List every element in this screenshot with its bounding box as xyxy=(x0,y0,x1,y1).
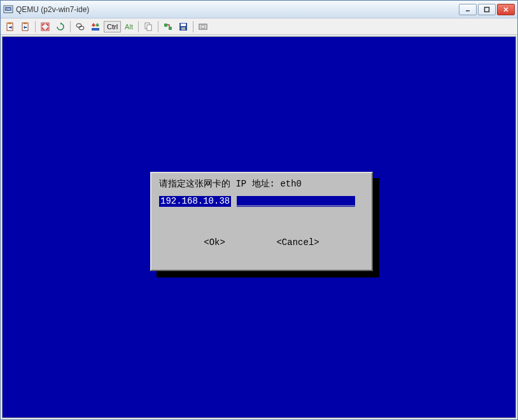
svg-rect-18 xyxy=(169,27,172,30)
clipboard-out-icon[interactable] xyxy=(3,20,17,33)
start-icon[interactable] xyxy=(88,20,102,33)
svg-rect-10 xyxy=(24,22,27,24)
svg-rect-23 xyxy=(201,25,205,28)
qemu-window: VNC QEMU (p2v-win7-ide) xyxy=(0,0,518,420)
toolbar: Ctrl Alt xyxy=(1,18,517,35)
input-padding xyxy=(237,196,355,207)
svg-rect-17 xyxy=(164,24,167,27)
transfer-icon[interactable] xyxy=(161,20,175,33)
scale-icon[interactable] xyxy=(196,20,210,33)
ctrl-button[interactable]: Ctrl xyxy=(104,21,121,32)
ip-input[interactable]: 192.168.10.38 xyxy=(159,196,355,207)
cancel-button[interactable]: <Cancel> xyxy=(276,237,319,248)
clipboard-in-icon[interactable] xyxy=(18,20,32,33)
titlebar[interactable]: VNC QEMU (p2v-win7-ide) xyxy=(1,1,517,18)
maximize-button[interactable] xyxy=(478,4,496,15)
svg-rect-14 xyxy=(92,28,99,31)
separator xyxy=(158,21,158,32)
separator xyxy=(35,21,36,32)
svg-rect-22 xyxy=(199,24,207,29)
window-controls xyxy=(459,4,515,15)
svg-rect-21 xyxy=(181,27,185,30)
dialog-prompt: 请指定这张网卡的 IP 地址: eth0 xyxy=(159,178,364,190)
svg-text:VNC: VNC xyxy=(6,7,11,11)
fullscreen-icon[interactable] xyxy=(38,20,52,33)
dialog-buttons: <Ok> <Cancel> xyxy=(159,237,364,248)
svg-rect-11 xyxy=(41,23,49,31)
ip-config-dialog: 请指定这张网卡的 IP 地址: eth0 192.168.10.38 <Ok> … xyxy=(150,172,373,271)
app-icon: VNC xyxy=(3,4,13,15)
cad-icon[interactable] xyxy=(73,20,87,33)
save-icon[interactable] xyxy=(176,20,190,33)
separator xyxy=(193,21,193,32)
separator xyxy=(70,21,71,32)
ok-button[interactable]: <Ok> xyxy=(204,237,225,248)
vm-display[interactable]: 请指定这张网卡的 IP 地址: eth0 192.168.10.38 <Ok> … xyxy=(2,36,516,418)
ip-input-value: 192.168.10.38 xyxy=(159,196,231,207)
copy-icon[interactable] xyxy=(141,20,155,33)
svg-rect-20 xyxy=(181,24,186,26)
alt-button[interactable]: Alt xyxy=(122,22,136,32)
svg-rect-4 xyxy=(485,7,489,11)
window-title: QEMU (p2v-win7-ide) xyxy=(16,5,459,14)
minimize-button[interactable] xyxy=(459,4,477,15)
refresh-icon[interactable] xyxy=(53,20,67,33)
text-cursor xyxy=(231,196,237,207)
svg-rect-8 xyxy=(8,22,11,24)
close-button[interactable] xyxy=(497,4,515,15)
svg-rect-16 xyxy=(147,25,151,31)
separator xyxy=(138,21,139,32)
